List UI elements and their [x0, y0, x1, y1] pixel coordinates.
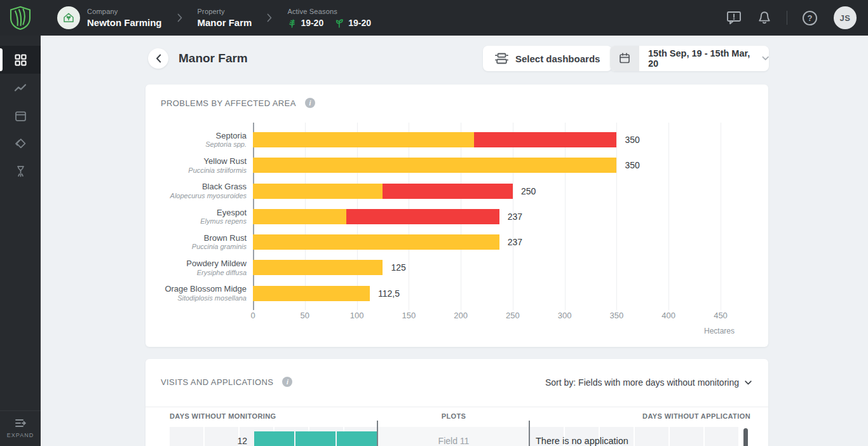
x-tick-label: 50 — [301, 311, 309, 320]
question-mark-icon: ? — [803, 11, 817, 25]
bar-track: 125 — [253, 260, 721, 275]
select-dashboards-label: Select dashboards — [515, 53, 600, 64]
sort-by-dropdown[interactable]: Sort by: Fields with more days without m… — [545, 377, 752, 388]
feedback-button[interactable] — [726, 11, 742, 25]
category-scientific-name: Elymus repens — [161, 217, 247, 226]
sidebar-item-products[interactable] — [0, 130, 41, 158]
season-label: 19-20 — [301, 18, 323, 28]
season-label: 19-20 — [348, 18, 371, 28]
user-avatar[interactable]: JS — [834, 6, 857, 29]
gridline — [721, 123, 721, 310]
company-name: Newton Farming — [87, 17, 162, 28]
monitoring-bar-segment — [337, 431, 377, 446]
category-label: Yellow RustPuccinia striiformis — [161, 156, 247, 175]
season-item: 19-20 — [287, 18, 323, 28]
x-tick-label: 0 — [250, 311, 255, 320]
category-name: Black Grass — [161, 182, 247, 192]
breadcrumb-active-seasons[interactable]: Active Seasons 19-20 — [287, 8, 371, 28]
sidebar-item-analytics[interactable] — [0, 74, 41, 102]
category-scientific-name: Alopecurus myosuroides — [161, 192, 247, 200]
x-tick-label: 400 — [661, 311, 675, 320]
table-scrollbar-thumb[interactable] — [743, 428, 748, 446]
x-tick-label: 300 — [558, 311, 572, 320]
sidebar: EXPAND — [0, 36, 41, 446]
bar-track: 350 — [253, 158, 721, 173]
company-avatar[interactable] — [57, 6, 80, 29]
problems-chart: SeptoriaSeptoria spp.350Yellow RustPucci… — [161, 127, 753, 335]
x-tick-label: 250 — [506, 311, 520, 320]
bar-track: 112,5 — [253, 286, 721, 301]
category-name: Eyespot — [161, 208, 247, 218]
category-name: Orage Blossom Midge — [161, 284, 247, 294]
bar-track: 237 — [253, 234, 721, 250]
bar-value-label: 125 — [391, 262, 405, 273]
bar-value-label: 237 — [508, 212, 522, 222]
column-header-days-without-monitoring: DAYS WITHOUT MONITORING — [170, 412, 276, 420]
app-logo[interactable] — [0, 0, 41, 36]
top-header: Company Newton Farming Property Manor Fa… — [0, 0, 868, 36]
table-row[interactable]: 12 Field 11 There is no application — [146, 427, 768, 446]
monitoring-bar — [254, 431, 377, 446]
x-tick-label: 450 — [714, 311, 728, 320]
date-range-picker[interactable]: 15th Sep, 19 - 15th Mar, 20 — [610, 46, 769, 71]
column-header-days-without-application: DAYS WITHOUT APPLICATION — [642, 412, 750, 420]
sidebar-item-dashboards[interactable] — [0, 46, 41, 74]
season-item: 19-20 — [335, 18, 371, 28]
bar-track: 350 — [253, 132, 721, 147]
column-header-plots: PLOTS — [378, 412, 529, 420]
bar-value-label: 237 — [508, 237, 522, 247]
x-tick-label: 200 — [454, 311, 468, 320]
expand-label: EXPAND — [7, 432, 34, 438]
property-label: Property — [198, 8, 252, 15]
category-name: Yellow Rust — [161, 156, 247, 166]
category-name: Septoria — [161, 131, 247, 141]
bar-segment — [253, 209, 346, 224]
wheat-icon — [287, 18, 297, 28]
sprout-icon — [335, 18, 344, 28]
bar-value-label: 250 — [521, 186, 536, 196]
monitoring-bar-segment — [295, 431, 336, 446]
hourglass-spray-icon — [15, 165, 27, 178]
breadcrumb-company[interactable]: Company Newton Farming — [87, 8, 162, 28]
select-dashboards-button[interactable]: Select dashboards — [483, 46, 612, 71]
application-axis-line — [529, 421, 530, 446]
feedback-bubble-icon — [726, 11, 742, 25]
company-label: Company — [87, 8, 162, 15]
sidebar-expand-button[interactable]: EXPAND — [0, 410, 41, 446]
bar-segment — [253, 286, 370, 301]
bar-segment — [346, 209, 499, 224]
sidebar-item-spraying[interactable] — [0, 158, 41, 186]
trend-line-icon — [14, 83, 27, 93]
chevron-right-icon — [267, 13, 272, 22]
notifications-button[interactable] — [757, 11, 771, 25]
problems-card-title: PROBLEMS BY AFFECTED AREA — [161, 98, 296, 108]
info-icon[interactable]: i — [282, 377, 292, 387]
category-label: Brown RustPuccinia graminis — [161, 233, 247, 252]
property-name: Manor Farm — [198, 17, 252, 28]
category-scientific-name: Puccinia striiformis — [161, 166, 247, 175]
header-actions: ? JS — [726, 6, 868, 29]
help-button[interactable]: ? — [803, 11, 817, 25]
card-divider — [146, 407, 768, 407]
category-label: Orage Blossom MidgeSitodiplosis mosellan… — [161, 284, 247, 302]
category-name: Brown Rust — [161, 233, 247, 243]
chevron-right-icon — [177, 13, 182, 22]
chevron-left-icon — [156, 54, 161, 63]
page-title: Manor Farm — [179, 46, 248, 71]
breadcrumb: Company Newton Farming Property Manor Fa… — [57, 6, 371, 29]
plot-name: Field 11 — [378, 427, 529, 446]
category-label: EyespotElymus repens — [161, 208, 247, 226]
expand-menu-icon — [14, 417, 27, 429]
home-plant-icon — [62, 11, 75, 24]
category-label: Black GrassAlopecurus myosuroides — [161, 182, 247, 200]
shield-leaf-logo-icon — [9, 5, 32, 30]
back-button[interactable] — [148, 48, 168, 69]
dashboards-icon — [495, 52, 508, 65]
info-icon[interactable]: i — [305, 98, 315, 108]
sidebar-item-calendar[interactable] — [0, 102, 41, 130]
bar-value-label: 350 — [625, 160, 639, 170]
breadcrumb-property[interactable]: Property Manor Farm — [198, 8, 252, 28]
bar-value-label: 112,5 — [378, 288, 400, 299]
diamond-icon — [14, 137, 27, 150]
header-divider — [787, 11, 787, 25]
